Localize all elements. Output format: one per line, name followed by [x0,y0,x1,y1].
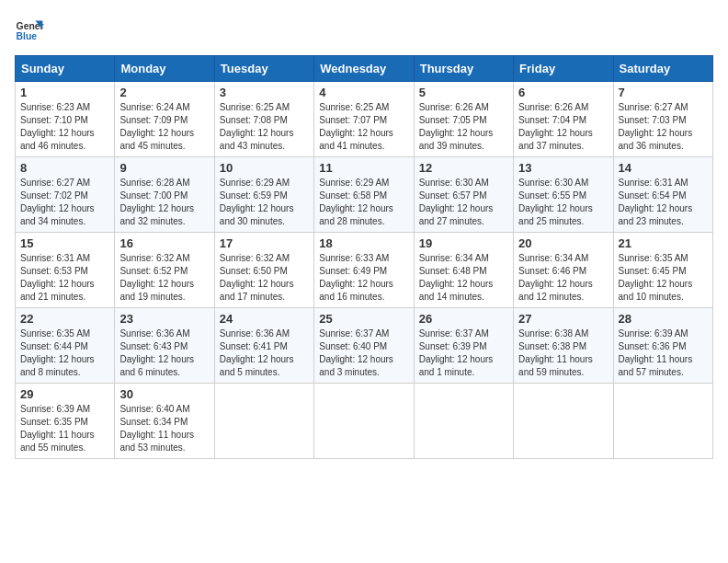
day-cell: 15Sunrise: 6:31 AM Sunset: 6:53 PM Dayli… [16,233,115,308]
day-cell: 3Sunrise: 6:25 AM Sunset: 7:08 PM Daylig… [214,82,313,157]
day-number: 2 [119,86,209,99]
logo-icon: General Blue [15,15,44,44]
day-info: Sunrise: 6:32 AM Sunset: 6:52 PM Dayligh… [119,252,209,304]
week-row-2: 8Sunrise: 6:27 AM Sunset: 7:02 PM Daylig… [16,157,713,233]
day-cell: 1Sunrise: 6:23 AM Sunset: 7:10 PM Daylig… [16,82,115,157]
day-number: 24 [220,312,309,326]
day-cell [613,384,712,459]
day-cell: 16Sunrise: 6:32 AM Sunset: 6:52 PM Dayli… [115,233,214,308]
week-row-5: 29Sunrise: 6:39 AM Sunset: 6:35 PM Dayli… [16,384,713,459]
col-header-saturday: Saturday [613,56,712,82]
day-number: 13 [518,161,608,175]
day-info: Sunrise: 6:32 AM Sunset: 6:50 PM Dayligh… [220,252,309,304]
week-row-3: 15Sunrise: 6:31 AM Sunset: 6:53 PM Dayli… [16,233,713,308]
col-header-thursday: Thursday [414,56,513,82]
day-cell: 29Sunrise: 6:39 AM Sunset: 6:35 PM Dayli… [16,384,115,459]
day-cell: 7Sunrise: 6:27 AM Sunset: 7:03 PM Daylig… [613,82,712,157]
svg-text:Blue: Blue [17,31,38,41]
day-cell: 30Sunrise: 6:40 AM Sunset: 6:34 PM Dayli… [115,384,214,459]
day-number: 15 [20,236,109,250]
day-number: 3 [220,86,309,99]
calendar-table: SundayMondayTuesdayWednesdayThursdayFrid… [15,55,713,459]
day-info: Sunrise: 6:26 AM Sunset: 7:04 PM Dayligh… [518,101,608,153]
day-cell: 23Sunrise: 6:36 AM Sunset: 6:43 PM Dayli… [115,308,214,384]
day-number: 17 [220,236,309,250]
day-cell [314,384,414,459]
day-cell: 9Sunrise: 6:28 AM Sunset: 7:00 PM Daylig… [115,157,214,233]
day-info: Sunrise: 6:36 AM Sunset: 6:43 PM Dayligh… [119,327,209,379]
day-info: Sunrise: 6:29 AM Sunset: 6:59 PM Dayligh… [220,177,309,228]
day-cell [214,384,313,459]
page-header: General Blue [15,15,713,44]
day-cell: 22Sunrise: 6:35 AM Sunset: 6:44 PM Dayli… [16,308,115,384]
day-number: 4 [319,86,408,99]
day-info: Sunrise: 6:29 AM Sunset: 6:58 PM Dayligh… [319,177,408,228]
day-cell: 14Sunrise: 6:31 AM Sunset: 6:54 PM Dayli… [613,157,712,233]
day-info: Sunrise: 6:30 AM Sunset: 6:57 PM Dayligh… [419,177,508,228]
col-header-friday: Friday [514,56,613,82]
col-header-tuesday: Tuesday [214,56,313,82]
day-number: 14 [619,161,708,175]
col-header-monday: Monday [115,56,214,82]
day-number: 27 [518,312,608,326]
day-number: 29 [20,387,109,401]
day-info: Sunrise: 6:31 AM Sunset: 6:54 PM Dayligh… [619,177,708,228]
day-info: Sunrise: 6:25 AM Sunset: 7:07 PM Dayligh… [319,101,408,153]
day-cell: 25Sunrise: 6:37 AM Sunset: 6:40 PM Dayli… [314,308,414,384]
day-info: Sunrise: 6:34 AM Sunset: 6:48 PM Dayligh… [419,252,508,304]
day-number: 11 [319,161,408,175]
day-cell: 5Sunrise: 6:26 AM Sunset: 7:05 PM Daylig… [414,82,513,157]
day-number: 8 [20,161,109,175]
day-info: Sunrise: 6:35 AM Sunset: 6:45 PM Dayligh… [619,252,708,304]
day-number: 10 [220,161,309,175]
day-info: Sunrise: 6:40 AM Sunset: 6:34 PM Dayligh… [119,403,209,454]
day-number: 21 [619,236,708,250]
day-cell: 10Sunrise: 6:29 AM Sunset: 6:59 PM Dayli… [214,157,313,233]
day-info: Sunrise: 6:39 AM Sunset: 6:36 PM Dayligh… [619,327,708,379]
day-number: 30 [119,387,209,401]
day-number: 19 [419,236,508,250]
day-info: Sunrise: 6:27 AM Sunset: 7:03 PM Dayligh… [619,101,708,153]
day-info: Sunrise: 6:28 AM Sunset: 7:00 PM Dayligh… [119,177,209,228]
day-cell: 19Sunrise: 6:34 AM Sunset: 6:48 PM Dayli… [414,233,513,308]
day-info: Sunrise: 6:27 AM Sunset: 7:02 PM Dayligh… [20,177,109,228]
day-cell: 24Sunrise: 6:36 AM Sunset: 6:41 PM Dayli… [214,308,313,384]
day-number: 7 [619,86,708,99]
day-number: 23 [119,312,209,326]
day-info: Sunrise: 6:26 AM Sunset: 7:05 PM Dayligh… [419,101,508,153]
day-info: Sunrise: 6:36 AM Sunset: 6:41 PM Dayligh… [220,327,309,379]
day-cell: 6Sunrise: 6:26 AM Sunset: 7:04 PM Daylig… [514,82,613,157]
day-info: Sunrise: 6:35 AM Sunset: 6:44 PM Dayligh… [20,327,109,379]
logo: General Blue [15,15,44,44]
day-cell: 17Sunrise: 6:32 AM Sunset: 6:50 PM Dayli… [214,233,313,308]
day-cell: 20Sunrise: 6:34 AM Sunset: 6:46 PM Dayli… [514,233,613,308]
day-cell: 8Sunrise: 6:27 AM Sunset: 7:02 PM Daylig… [16,157,115,233]
day-cell: 28Sunrise: 6:39 AM Sunset: 6:36 PM Dayli… [613,308,712,384]
day-cell: 2Sunrise: 6:24 AM Sunset: 7:09 PM Daylig… [115,82,214,157]
day-cell: 26Sunrise: 6:37 AM Sunset: 6:39 PM Dayli… [414,308,513,384]
day-number: 25 [319,312,408,326]
day-number: 20 [518,236,608,250]
day-info: Sunrise: 6:23 AM Sunset: 7:10 PM Dayligh… [20,101,109,153]
day-info: Sunrise: 6:24 AM Sunset: 7:09 PM Dayligh… [119,101,209,153]
calendar-header-row: SundayMondayTuesdayWednesdayThursdayFrid… [16,56,713,82]
day-cell [514,384,613,459]
day-info: Sunrise: 6:37 AM Sunset: 6:39 PM Dayligh… [419,327,508,379]
day-cell: 4Sunrise: 6:25 AM Sunset: 7:07 PM Daylig… [314,82,414,157]
day-cell: 18Sunrise: 6:33 AM Sunset: 6:49 PM Dayli… [314,233,414,308]
week-row-4: 22Sunrise: 6:35 AM Sunset: 6:44 PM Dayli… [16,308,713,384]
day-info: Sunrise: 6:39 AM Sunset: 6:35 PM Dayligh… [20,403,109,454]
day-number: 6 [518,86,608,99]
col-header-sunday: Sunday [16,56,115,82]
day-cell: 27Sunrise: 6:38 AM Sunset: 6:38 PM Dayli… [514,308,613,384]
day-cell: 13Sunrise: 6:30 AM Sunset: 6:55 PM Dayli… [514,157,613,233]
day-number: 18 [319,236,408,250]
day-number: 1 [20,86,109,99]
day-number: 12 [419,161,508,175]
day-cell: 11Sunrise: 6:29 AM Sunset: 6:58 PM Dayli… [314,157,414,233]
col-header-wednesday: Wednesday [314,56,414,82]
day-number: 26 [419,312,508,326]
day-info: Sunrise: 6:34 AM Sunset: 6:46 PM Dayligh… [518,252,608,304]
day-cell [414,384,513,459]
day-info: Sunrise: 6:30 AM Sunset: 6:55 PM Dayligh… [518,177,608,228]
